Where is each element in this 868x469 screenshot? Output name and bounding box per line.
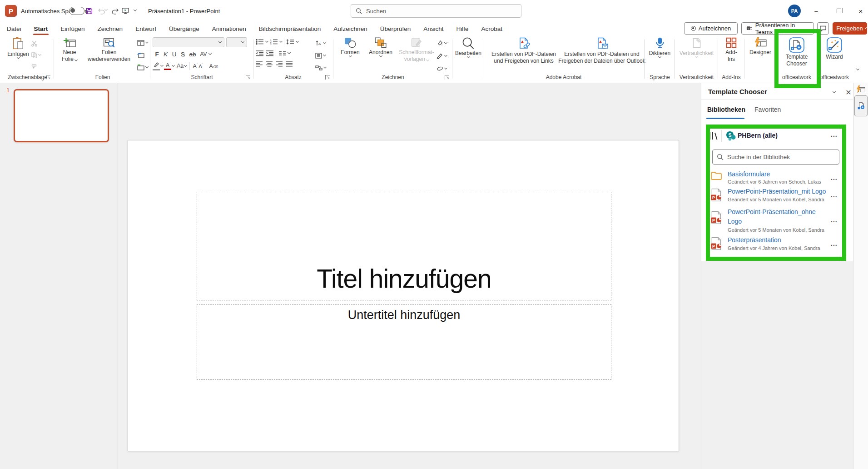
- decrease-font-size-button[interactable]: Aˇ: [198, 63, 203, 69]
- library-search-box[interactable]: [712, 150, 839, 165]
- editing-button[interactable]: Bearbeiten: [454, 37, 483, 58]
- item-more-button[interactable]: ...: [831, 191, 838, 199]
- font-size-combo[interactable]: [226, 37, 247, 47]
- drawing-dialog-launcher[interactable]: ↘: [445, 75, 449, 80]
- present-in-teams-button[interactable]: T Präsentieren in Teams: [741, 22, 814, 35]
- convert-to-smartart-button[interactable]: [315, 63, 326, 73]
- dictate-button[interactable]: Diktieren: [646, 37, 674, 58]
- wizard-button[interactable]: Wizard: [818, 37, 850, 60]
- shape-outline-button[interactable]: [436, 51, 447, 61]
- comments-button[interactable]: [817, 22, 829, 35]
- item-title-line2[interactable]: Logo: [728, 218, 742, 225]
- tab-ueberpruefen[interactable]: Überprüfen: [379, 25, 412, 32]
- designer-strip-icon[interactable]: [856, 85, 866, 94]
- item-more-button[interactable]: ...: [831, 216, 838, 224]
- italic-button[interactable]: K: [161, 51, 170, 58]
- justify-icon[interactable]: [286, 61, 293, 67]
- tab-datei[interactable]: Datei: [6, 25, 22, 32]
- designer-button[interactable]: Designer: [746, 37, 775, 55]
- paste-button[interactable]: Einfügen: [6, 37, 30, 59]
- align-left-icon[interactable]: [256, 61, 263, 67]
- reset-slide-button[interactable]: [137, 50, 148, 60]
- paste-dropdown-chevron[interactable]: [16, 56, 20, 59]
- template-chooser-button[interactable]: Template Chooser: [778, 37, 816, 67]
- line-spacing-icon[interactable]: [286, 39, 294, 45]
- font-dialog-launcher[interactable]: ↘: [246, 75, 250, 80]
- increase-font-size-button[interactable]: Aˆ: [193, 63, 198, 70]
- search-box[interactable]: [351, 4, 521, 18]
- create-pdf-share-link-button[interactable]: Erstellen von PDF-Dateien und Freigeben …: [486, 37, 561, 64]
- clear-formatting-button[interactable]: A⌫: [209, 63, 218, 70]
- account-avatar[interactable]: PA: [788, 5, 801, 17]
- character-spacing-chevron[interactable]: [208, 52, 212, 55]
- pane-options-chevron[interactable]: [828, 87, 839, 98]
- numbered-list-icon[interactable]: 123: [270, 39, 278, 45]
- shapes-button[interactable]: Formen: [337, 37, 363, 57]
- align-center-icon[interactable]: [266, 61, 273, 67]
- close-button[interactable]: ×: [851, 0, 868, 22]
- list-item-basisformulare[interactable]: Basisformulare Geändert vor 6 Jahren von…: [701, 170, 853, 188]
- decrease-indent-icon[interactable]: [256, 50, 264, 56]
- start-slideshow-icon[interactable]: [120, 5, 131, 16]
- pane-tab-bibliotheken[interactable]: Bibliotheken: [707, 106, 745, 113]
- editing-dropdown-chevron[interactable]: [466, 55, 470, 58]
- tab-ansicht[interactable]: Ansicht: [422, 25, 444, 32]
- text-shadow-button[interactable]: S: [179, 51, 187, 58]
- shape-effects-button[interactable]: [436, 64, 447, 74]
- increase-indent-icon[interactable]: [266, 50, 274, 56]
- collapse-ribbon-chevron[interactable]: [856, 67, 859, 70]
- item-title[interactable]: PowerPoint-Präsentation_mit Logo: [728, 188, 826, 195]
- new-slide-button[interactable]: Neue Folie: [56, 37, 83, 62]
- item-title[interactable]: PowerPoint-Präsentation_ohne: [728, 208, 816, 215]
- subtitle-placeholder[interactable]: Untertitel hinzufügen: [197, 304, 611, 380]
- highlight-color-button[interactable]: [153, 62, 160, 70]
- underline-button[interactable]: U: [170, 51, 179, 58]
- save-icon[interactable]: [84, 5, 94, 16]
- reuse-slides-button[interactable]: Folien wiederverwenden: [84, 37, 134, 62]
- record-button[interactable]: Aufzeichnen: [684, 22, 738, 35]
- tab-zeichnen[interactable]: Zeichnen: [97, 25, 124, 32]
- strikethrough-button[interactable]: ab: [187, 51, 198, 58]
- create-pdf-share-outlook-button[interactable]: Erstellen von PDF-Dateien und Freigeben …: [563, 37, 641, 64]
- tab-entwurf[interactable]: Entwurf: [134, 25, 157, 32]
- bold-button[interactable]: F: [153, 51, 161, 58]
- shapes-dropdown-chevron[interactable]: [348, 54, 352, 57]
- tab-hilfe[interactable]: Hilfe: [455, 25, 469, 32]
- clipboard-dialog-launcher[interactable]: ↘: [46, 75, 50, 80]
- item-title[interactable]: Posterpräsentation: [728, 236, 781, 244]
- arrange-button[interactable]: Anordnen: [364, 37, 397, 57]
- character-spacing-button[interactable]: AV: [198, 51, 209, 57]
- slide-layout-button[interactable]: [137, 38, 148, 48]
- title-placeholder[interactable]: Titel hinzufügen: [197, 192, 611, 300]
- arrange-dropdown-chevron[interactable]: [379, 54, 382, 57]
- addins-button[interactable]: Add- Ins: [719, 37, 743, 62]
- align-text-button[interactable]: [315, 50, 326, 60]
- library-search-input[interactable]: [727, 154, 832, 160]
- search-input[interactable]: [366, 8, 502, 15]
- shape-fill-button[interactable]: [436, 38, 447, 48]
- library-selector-row[interactable]: S PHBern (alle) ...: [701, 128, 853, 144]
- list-item-posterpraesentation[interactable]: P Posterpräsentation Geändert vor 4 Jahr…: [701, 236, 853, 254]
- library-more-button[interactable]: ...: [831, 131, 838, 138]
- item-title[interactable]: Basisformulare: [728, 170, 770, 178]
- change-case-button[interactable]: Aa: [177, 63, 184, 69]
- redo-icon[interactable]: [109, 5, 120, 16]
- template-chooser-strip-toggle[interactable]: [854, 95, 868, 116]
- tab-uebergaenge[interactable]: Übergänge: [168, 25, 200, 32]
- align-right-icon[interactable]: [276, 61, 283, 67]
- paragraph-dialog-launcher[interactable]: ↘: [325, 75, 330, 80]
- tab-aufzeichnen[interactable]: Aufzeichnen: [332, 25, 368, 32]
- quick-access-customize-chevron[interactable]: [134, 8, 137, 11]
- section-button[interactable]: [137, 62, 148, 72]
- tab-bildschirmpraesentation[interactable]: Bildschirmpräsentation: [258, 25, 322, 32]
- font-color-button[interactable]: A: [164, 62, 171, 70]
- columns-icon[interactable]: [278, 50, 286, 56]
- share-button[interactable]: Freigeben: [833, 22, 867, 35]
- item-more-button[interactable]: ...: [831, 240, 838, 247]
- pane-close-icon[interactable]: ✕: [843, 87, 854, 98]
- slide-thumbnail-1[interactable]: [14, 89, 109, 142]
- tab-animationen[interactable]: Animationen: [211, 25, 247, 32]
- bullet-list-icon[interactable]: [256, 39, 264, 45]
- font-name-combo[interactable]: [153, 37, 224, 47]
- list-item-ppt-ohne-logo[interactable]: P PowerPoint-Präsentation_ohne Logo Geän…: [701, 208, 853, 236]
